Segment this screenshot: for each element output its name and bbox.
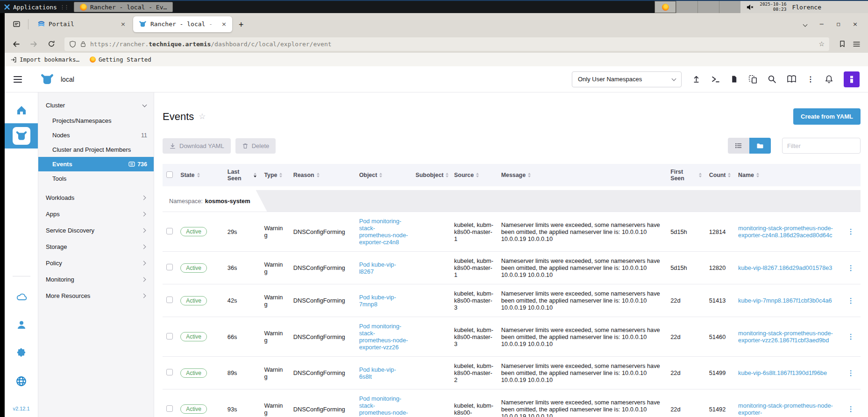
- url-text[interactable]: https://rancher.technique.artemis/dashbo…: [90, 41, 815, 48]
- event-name-link[interactable]: monitoring-stack-prometheus-node-exporte…: [738, 330, 833, 344]
- sidebar-group[interactable]: Apps: [38, 206, 154, 222]
- event-name-link[interactable]: kube-vip-l8267.186d29ad001578e3: [738, 264, 832, 271]
- object-link[interactable]: Pod kube-vip-6s8lt: [359, 366, 396, 380]
- row-select-cell[interactable]: [163, 284, 177, 317]
- column-header[interactable]: Reason: [290, 164, 356, 186]
- tab-rancher[interactable]: Rancher - local - Eve ×: [133, 16, 232, 32]
- sidebar-section-cluster[interactable]: Cluster: [38, 97, 154, 113]
- menu-hamburger-icon[interactable]: [853, 40, 861, 48]
- object-link[interactable]: Pod kube-vip-7mnp8: [359, 294, 396, 308]
- row-select-cell[interactable]: [163, 317, 177, 357]
- import-yaml-icon[interactable]: [692, 75, 701, 84]
- kubectl-shell-icon[interactable]: [711, 75, 720, 84]
- notifications-bell-icon[interactable]: [825, 75, 833, 84]
- reload-button[interactable]: [45, 37, 58, 50]
- taskbar-window-button[interactable]: Rancher - local - Ev…: [74, 2, 173, 12]
- event-row[interactable]: Active 93s Warning DNSConfigForming Pod …: [163, 389, 861, 417]
- column-header[interactable]: Name: [734, 164, 844, 186]
- column-header[interactable]: Message: [498, 164, 667, 186]
- rail-harvester-button[interactable]: [15, 291, 28, 304]
- column-header[interactable]: Count: [705, 164, 734, 186]
- lock-icon[interactable]: [80, 41, 86, 48]
- tab-manager-button[interactable]: [8, 17, 24, 31]
- row-checkbox[interactable]: [166, 228, 173, 234]
- row-select-cell[interactable]: [163, 212, 177, 252]
- sidebar-group[interactable]: Workloads: [38, 190, 154, 206]
- bookmark-import[interactable]: Import bookmarks…: [10, 56, 79, 63]
- column-header[interactable]: Object: [356, 164, 412, 186]
- favorite-star-icon[interactable]: ☆: [199, 112, 206, 121]
- sidebar-item[interactable]: Cluster and Project Members: [38, 142, 154, 157]
- sidebar-group[interactable]: Policy: [38, 255, 154, 271]
- header-kebab-menu-icon[interactable]: ⋮: [807, 75, 814, 84]
- download-kubeconfig-icon[interactable]: [730, 75, 738, 84]
- user-avatar[interactable]: [844, 71, 860, 87]
- row-checkbox[interactable]: [166, 297, 173, 303]
- copy-kubeconfig-icon[interactable]: [748, 75, 757, 84]
- row-kebab-menu-icon[interactable]: ⋮: [847, 264, 854, 272]
- sidebar-item[interactable]: Events 736: [38, 157, 154, 171]
- row-select-cell[interactable]: [163, 357, 177, 389]
- search-icon[interactable]: [768, 75, 776, 84]
- row-checkbox[interactable]: [166, 333, 173, 339]
- event-row[interactable]: Active 36s Warning DNSConfigForming Pod …: [163, 252, 861, 284]
- minimize-button[interactable]: −: [819, 21, 824, 28]
- namespace-filter-select[interactable]: Only User Namespaces: [572, 71, 682, 87]
- sidebar-group[interactable]: Monitoring: [38, 271, 154, 288]
- grouped-view-button[interactable]: [749, 138, 771, 154]
- sidebar-item[interactable]: Projects/Namespaces: [38, 113, 154, 128]
- row-kebab-menu-icon[interactable]: ⋮: [847, 297, 854, 304]
- sidebar-item[interactable]: Nodes 11: [38, 128, 154, 142]
- object-link[interactable]: Pod monitoring-stack-prometheus-node-exp…: [359, 395, 408, 417]
- applications-menu[interactable]: Applications ⋮⋮: [0, 1, 72, 13]
- maximize-button[interactable]: ▫: [836, 21, 840, 28]
- column-header[interactable]: State: [177, 164, 224, 186]
- column-header[interactable]: First Seen: [667, 164, 705, 186]
- select-all-checkbox[interactable]: [166, 171, 173, 178]
- sidebar-group[interactable]: Storage: [38, 239, 154, 255]
- row-select-cell[interactable]: [163, 389, 177, 417]
- tab-close-button[interactable]: ×: [221, 21, 228, 28]
- object-link[interactable]: Pod monitoring-stack-prometheus-node-exp…: [359, 323, 408, 351]
- list-all-tabs-button[interactable]: [804, 21, 807, 28]
- column-header[interactable]: Type: [260, 164, 289, 186]
- event-row[interactable]: Active 29s Warning DNSConfigForming Pod …: [163, 212, 861, 252]
- rail-extensions-button[interactable]: [16, 347, 27, 360]
- download-yaml-button[interactable]: Download YAML: [163, 138, 231, 154]
- column-header[interactable]: Subobject: [412, 164, 451, 186]
- version-label[interactable]: v2.12.1: [13, 406, 29, 411]
- rail-home-button[interactable]: [5, 105, 38, 116]
- sidebar-item[interactable]: Tools: [38, 171, 154, 186]
- tab-close-button[interactable]: ×: [120, 21, 127, 28]
- row-kebab-menu-icon[interactable]: ⋮: [847, 369, 854, 377]
- column-header[interactable]: Last Seen: [224, 164, 261, 186]
- object-link[interactable]: Pod kube-vip-l8267: [359, 261, 396, 275]
- url-bar[interactable]: https://rancher.technique.artemis/dashbo…: [64, 37, 829, 51]
- filter-input[interactable]: [782, 138, 861, 154]
- row-kebab-menu-icon[interactable]: ⋮: [847, 332, 854, 340]
- tray-empty-button[interactable]: [719, 1, 740, 13]
- rail-language-button[interactable]: [15, 375, 27, 389]
- row-checkbox[interactable]: [166, 405, 173, 412]
- event-row[interactable]: Active 42s Warning DNSConfigForming Pod …: [163, 284, 861, 317]
- object-link[interactable]: Pod monitoring-stack-prometheus-node-exp…: [359, 218, 408, 246]
- new-tab-button[interactable]: +: [234, 17, 248, 31]
- tray-empty-button[interactable]: [676, 1, 697, 13]
- event-name-link[interactable]: monitoring-stack-prometheus-node-exporte…: [738, 402, 833, 416]
- tracking-shield-icon[interactable]: [69, 41, 76, 48]
- close-button[interactable]: ×: [853, 21, 858, 28]
- tab-portail[interactable]: Portail ×: [32, 16, 131, 32]
- event-row[interactable]: Active 89s Warning DNSConfigForming Pod …: [163, 357, 861, 389]
- row-kebab-menu-icon[interactable]: ⋮: [847, 227, 854, 235]
- list-view-button[interactable]: [728, 138, 749, 154]
- column-header[interactable]: Source: [450, 164, 498, 186]
- event-name-link[interactable]: kube-vip-6s8lt.1867f1390d1f96be: [738, 369, 827, 376]
- row-checkbox[interactable]: [166, 369, 173, 375]
- tray-empty-button[interactable]: [697, 1, 719, 13]
- row-checkbox[interactable]: [166, 264, 173, 270]
- forward-button[interactable]: [27, 37, 40, 50]
- event-name-link[interactable]: monitoring-stack-prometheus-node-exporte…: [738, 225, 833, 239]
- rail-users-button[interactable]: [16, 319, 27, 332]
- select-all-header[interactable]: [163, 164, 177, 186]
- delete-button[interactable]: Delete: [235, 138, 276, 154]
